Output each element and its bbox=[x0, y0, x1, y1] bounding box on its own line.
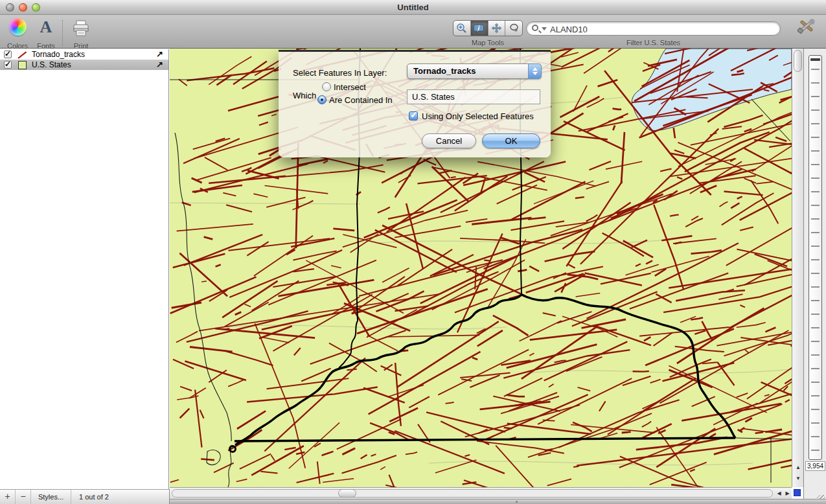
tornado-track bbox=[613, 109, 622, 109]
target-layer-value: U.S. States bbox=[412, 92, 455, 102]
zoom-slider-tick bbox=[811, 382, 820, 383]
info-tool-button[interactable]: i bbox=[471, 21, 488, 36]
zoom-slider-tick bbox=[811, 218, 820, 220]
layer-popup-button[interactable]: Tornado_tracks bbox=[407, 63, 542, 79]
target-layer-field[interactable]: U.S. States bbox=[407, 89, 540, 104]
svg-text:i: i bbox=[478, 25, 480, 32]
tornado-track bbox=[622, 432, 631, 433]
using-only-selected-checkbox[interactable] bbox=[409, 111, 418, 120]
scroll-left-arrow[interactable]: ◀ bbox=[775, 488, 783, 499]
zoom-scale-slider[interactable] bbox=[809, 55, 822, 460]
tornado-tracks-swatch bbox=[18, 51, 27, 59]
popup-stepper-icon bbox=[528, 63, 542, 79]
zoom-slider-tick bbox=[811, 368, 820, 369]
search-icon bbox=[532, 25, 538, 31]
customize-tools-icon bbox=[797, 18, 816, 35]
print-button[interactable]: Print bbox=[66, 18, 96, 48]
are-contained-in-radio-label[interactable]: Are Contained In bbox=[329, 95, 393, 105]
zoom-slider-thumb[interactable] bbox=[810, 58, 820, 61]
tornado-track bbox=[504, 428, 512, 429]
scale-value: 3,954 bbox=[805, 461, 825, 471]
which-label: Which bbox=[293, 91, 316, 100]
remove-layer-button[interactable]: − bbox=[16, 490, 31, 504]
horizontal-scrollbar[interactable]: ◀ ▶ bbox=[170, 487, 792, 499]
selection-status-text: 1 out of 2 bbox=[71, 490, 109, 504]
window-title: Untitled bbox=[0, 3, 826, 12]
app-window: Untitled Colors A Fonts Print bbox=[0, 0, 826, 504]
layer-name: U.S. States bbox=[32, 60, 71, 69]
tornado-track bbox=[201, 459, 214, 461]
zoom-slider-tick bbox=[811, 259, 820, 260]
zoom-slider-tick bbox=[811, 327, 820, 328]
search-input-value[interactable]: ALAND10 bbox=[550, 25, 588, 34]
bottom-edge-dot bbox=[516, 501, 518, 503]
tornado-track bbox=[451, 177, 456, 178]
fonts-button[interactable]: A Fonts bbox=[32, 18, 60, 48]
layer-row-tornado-tracks[interactable]: Tornado_tracks ↗ bbox=[0, 49, 168, 60]
color-wheel-icon bbox=[9, 18, 27, 36]
scroll-up-arrow[interactable]: ▲ bbox=[792, 463, 804, 473]
tornado-track bbox=[573, 466, 579, 467]
toolbar: Colors A Fonts Print bbox=[0, 15, 826, 49]
ok-button[interactable]: OK bbox=[482, 133, 540, 148]
layer-row-us-states[interactable]: U.S. States ↗ bbox=[0, 60, 168, 70]
zoom-slider-tick bbox=[811, 341, 820, 342]
search-scope-chevron-icon[interactable] bbox=[542, 27, 547, 30]
lasso-tool-button[interactable] bbox=[505, 21, 522, 36]
map-canvas[interactable]: Select Features In Layer: Tornado_tracks… bbox=[170, 49, 792, 487]
select-features-label: Select Features In Layer: bbox=[293, 68, 387, 78]
zoom-slider-tick bbox=[811, 178, 820, 179]
pan-tool-button[interactable] bbox=[488, 21, 506, 36]
zoom-slider-tick bbox=[811, 436, 820, 437]
tornado-track bbox=[201, 281, 207, 282]
zoom-slider-tick bbox=[811, 450, 820, 451]
zoom-to-layer-icon[interactable]: ↗ bbox=[156, 49, 163, 59]
are-contained-in-radio[interactable] bbox=[317, 95, 327, 104]
zoom-slider-tick bbox=[811, 164, 820, 165]
cancel-button[interactable]: Cancel bbox=[422, 133, 476, 148]
window-bottom-edge bbox=[170, 499, 826, 504]
intersect-radio[interactable] bbox=[322, 82, 331, 91]
zoom-slider-tick bbox=[811, 273, 820, 274]
zoom-slider-tick bbox=[811, 422, 820, 424]
zoom-slider-tick bbox=[811, 109, 820, 111]
vertical-scrollbar[interactable]: ▲ ▼ bbox=[792, 49, 803, 487]
layer-visibility-checkbox[interactable] bbox=[4, 51, 12, 58]
horizontal-scrollbar-thumb[interactable] bbox=[338, 489, 356, 498]
layer-list-sidebar: Tornado_tracks ↗ U.S. States ↗ bbox=[0, 49, 169, 489]
filter-search-field[interactable]: ALAND10 bbox=[526, 21, 781, 36]
zoom-slider-tick bbox=[811, 314, 820, 315]
customize-button[interactable]: Customize bbox=[789, 18, 824, 48]
zoom-slider-tick bbox=[811, 123, 820, 124]
scroll-down-arrow[interactable]: ▼ bbox=[792, 474, 804, 484]
tornado-track bbox=[633, 371, 649, 372]
styles-button[interactable]: Styles... bbox=[31, 490, 71, 504]
zoom-slider-tick bbox=[811, 96, 820, 97]
zoom-slider-tick bbox=[811, 191, 820, 192]
toolbar-separator bbox=[62, 20, 63, 46]
titlebar: Untitled bbox=[0, 0, 826, 15]
add-layer-button[interactable]: + bbox=[0, 490, 16, 504]
layer-visibility-checkbox[interactable] bbox=[4, 61, 12, 69]
selection-indicator-button[interactable] bbox=[794, 489, 801, 496]
intersect-radio-label[interactable]: Intersect bbox=[334, 82, 366, 92]
layer-name: Tornado_tracks bbox=[32, 50, 85, 59]
zoom-slider-tick bbox=[811, 82, 820, 84]
us-states-swatch bbox=[18, 61, 27, 69]
select-features-dialog: Select Features In Layer: Tornado_tracks… bbox=[279, 50, 551, 157]
zoom-tool-button[interactable] bbox=[453, 21, 471, 36]
vertical-scrollbar-thumb[interactable] bbox=[794, 50, 802, 72]
colors-button[interactable]: Colors bbox=[3, 18, 32, 48]
zoom-slider-tick bbox=[811, 409, 820, 410]
zoom-slider-tick bbox=[811, 286, 820, 288]
layer-popup-value: Tornado_tracks bbox=[413, 66, 476, 76]
zoom-slider-tick bbox=[811, 205, 820, 206]
zoom-to-layer-icon[interactable]: ↗ bbox=[156, 60, 163, 69]
filter-label: Filter U.S. States bbox=[526, 39, 781, 47]
using-only-selected-label[interactable]: Using Only Selected Features bbox=[422, 111, 534, 121]
zoom-slider-tick bbox=[811, 232, 820, 233]
zoom-slider-tick bbox=[811, 69, 820, 70]
move-arrows-icon bbox=[491, 23, 502, 34]
scroll-right-arrow[interactable]: ▶ bbox=[783, 488, 792, 499]
horizontal-scrollbar-track[interactable] bbox=[172, 489, 773, 498]
